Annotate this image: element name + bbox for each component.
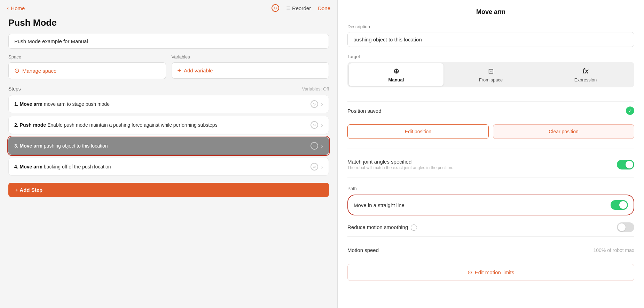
description-field-label: Description xyxy=(347,24,634,29)
back-chevron-icon: ‹ xyxy=(7,5,9,11)
step-actions-3: ☺ xyxy=(311,142,323,150)
match-joint-text: Match joint angles specified The robot w… xyxy=(347,159,453,170)
step-item-1[interactable]: 1. Move arm move arm to stage push mode … xyxy=(8,95,329,113)
step-item-4[interactable]: 4. Move arm backing off of the push loca… xyxy=(8,158,329,176)
edit-motion-label: Edit motion limits xyxy=(475,269,514,275)
edit-position-button[interactable]: Edit position xyxy=(347,124,489,139)
target-tabs: ⊕ Manual ⊡ From space fx Expression xyxy=(347,62,634,87)
path-label: Path xyxy=(347,186,634,191)
divider-1 xyxy=(347,149,634,149)
step-text-2: 2. Push mode Enable push mode maintain a… xyxy=(14,122,311,128)
match-joint-label: Match joint angles specified xyxy=(347,159,453,165)
position-saved-row: Position saved ✓ xyxy=(347,101,634,120)
variables-label: Variables xyxy=(172,54,329,60)
step-text-4: 4. Move arm backing off of the push loca… xyxy=(14,164,311,169)
match-joint-toggle[interactable] xyxy=(617,160,634,169)
smiley-icon[interactable]: ☺ xyxy=(272,4,279,12)
plus-icon: + xyxy=(178,67,181,74)
steps-header: Steps Variables: Off xyxy=(0,86,337,95)
match-joint-row: Match joint angles specified The robot w… xyxy=(347,155,634,174)
reorder-icon: ≡ xyxy=(286,5,290,12)
manage-space-button[interactable]: ⊙ Manage space xyxy=(8,62,166,79)
step-item-3[interactable]: 3. Move arm pushing object to this locat… xyxy=(8,137,329,155)
target-section: Target ⊕ Manual ⊡ From space fx Expressi… xyxy=(347,54,634,94)
tab-from-space[interactable]: ⊡ From space xyxy=(443,63,538,86)
motion-speed-label: Motion speed xyxy=(347,247,379,253)
home-label: Home xyxy=(11,5,25,11)
done-button[interactable]: Done xyxy=(318,5,330,11)
straight-line-row: Move in a straight line xyxy=(347,195,634,215)
position-saved-check-icon: ✓ xyxy=(626,106,634,115)
right-panel: Move arm Description Target ⊕ Manual ⊡ F… xyxy=(338,0,644,308)
home-link[interactable]: ‹ Home xyxy=(7,5,25,11)
target-label: Target xyxy=(347,54,634,59)
add-step-button[interactable]: + Add Step xyxy=(8,183,329,197)
position-saved-label: Position saved xyxy=(347,108,382,114)
step-item-2[interactable]: 2. Push mode Enable push mode maintain a… xyxy=(8,116,329,134)
clear-position-button[interactable]: Clear position xyxy=(493,124,634,139)
edit-motion-icon: ⊙ xyxy=(468,269,472,276)
step-chevron-1 xyxy=(321,101,323,108)
step-menu-icon-1[interactable]: ☺ xyxy=(311,100,318,108)
left-panel: ‹ Home ☺ ≡ Reorder Done Push Mode Space … xyxy=(0,0,338,308)
straight-line-label: Move in a straight line xyxy=(354,202,405,208)
description-input[interactable] xyxy=(8,34,329,49)
tab-expression[interactable]: fx Expression xyxy=(538,63,633,86)
space-label: Space xyxy=(8,54,166,60)
expression-icon: fx xyxy=(582,67,589,75)
step-chevron-3 xyxy=(321,142,323,150)
manage-space-icon: ⊙ xyxy=(14,67,19,74)
top-bar: ‹ Home ☺ ≡ Reorder Done xyxy=(0,0,337,16)
tab-manual[interactable]: ⊕ Manual xyxy=(349,63,443,86)
variables-toggle: Variables: Off xyxy=(302,86,329,92)
space-variables-row: Space ⊙ Manage space Variables + Add var… xyxy=(8,54,329,79)
match-joint-sub: The robot will match the exact joint ang… xyxy=(347,165,453,170)
motion-speed-row: Motion speed 100% of robot max xyxy=(347,242,634,258)
reduce-motion-label: Reduce motion smoothing i xyxy=(347,224,417,231)
straight-line-toggle[interactable] xyxy=(611,200,628,210)
step-actions-1: ☺ xyxy=(311,100,323,108)
step-chevron-4 xyxy=(321,163,323,171)
top-bar-right: ☺ ≡ Reorder Done xyxy=(272,4,330,12)
variables-section: Variables + Add variable xyxy=(172,54,329,79)
steps-label: Steps xyxy=(8,86,21,92)
space-section: Space ⊙ Manage space xyxy=(8,54,166,79)
step-actions-2: ☺ xyxy=(311,121,323,129)
info-icon[interactable]: i xyxy=(411,224,417,231)
step-chevron-2 xyxy=(321,121,323,129)
variables-toggle-value: Off xyxy=(323,86,329,92)
edit-motion-limits-button[interactable]: ⊙ Edit motion limits xyxy=(347,264,634,281)
divider-2 xyxy=(347,177,634,177)
add-variable-button[interactable]: + Add variable xyxy=(172,62,329,79)
add-variable-label: Add variable xyxy=(184,68,213,73)
from-space-icon: ⊡ xyxy=(488,67,494,75)
panel-title: Move arm xyxy=(347,8,634,16)
tab-from-space-label: From space xyxy=(479,77,503,82)
step-menu-icon-4[interactable]: ☺ xyxy=(311,163,318,171)
step-text-3: 3. Move arm pushing object to this locat… xyxy=(14,143,311,149)
tab-manual-label: Manual xyxy=(388,77,404,82)
page-title: Push Mode xyxy=(0,16,337,34)
step-actions-4: ☺ xyxy=(311,163,323,171)
motion-speed-value: 100% of robot max xyxy=(593,247,634,253)
reduce-motion-row: Reduce motion smoothing i xyxy=(347,218,634,237)
reorder-label: Reorder xyxy=(292,5,311,11)
step-menu-icon-3[interactable]: ☺ xyxy=(311,142,318,150)
steps-list: 1. Move arm move arm to stage push mode … xyxy=(0,95,337,176)
reduce-motion-toggle[interactable] xyxy=(617,222,634,232)
step-menu-icon-2[interactable]: ☺ xyxy=(311,121,318,129)
manual-icon: ⊕ xyxy=(393,67,399,75)
step-text-1: 1. Move arm move arm to stage push mode xyxy=(14,101,311,107)
move-arm-description-input[interactable] xyxy=(347,32,634,47)
tab-expression-label: Expression xyxy=(574,77,597,82)
reorder-btn[interactable]: ≡ Reorder xyxy=(286,5,311,12)
manage-space-label: Manage space xyxy=(22,68,56,74)
position-buttons: Edit position Clear position xyxy=(347,124,634,139)
